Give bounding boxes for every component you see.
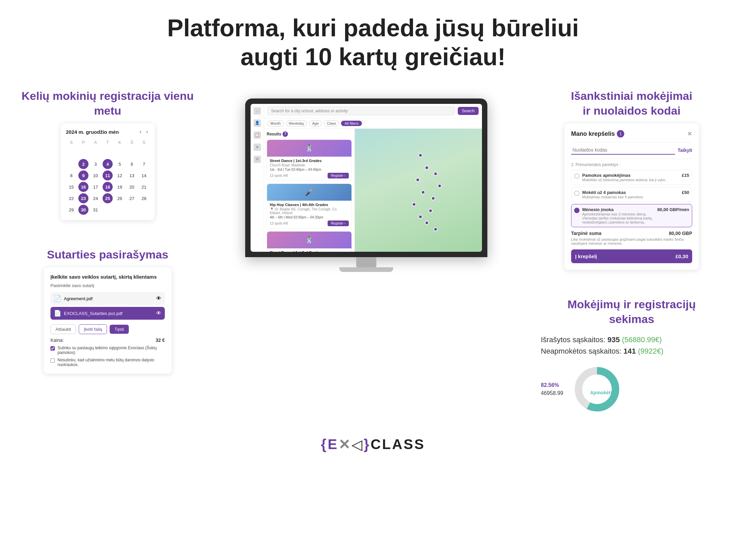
contract-file-1[interactable]: 📄 Agreement.pdf 👁 — [51, 292, 165, 305]
filter-month[interactable]: Month — [267, 120, 284, 126]
cal-day-cell[interactable]: 5 — [115, 159, 125, 169]
total-note: Likę mokėjimai už paslaugas grąžinami pa… — [571, 237, 692, 245]
map-pin-1 — [425, 166, 429, 170]
cal-day-cell — [103, 205, 113, 215]
cancel-button[interactable]: Atšaukti — [51, 324, 76, 334]
checkbox-row-2: Nesutinku, kad užsiėmimo metu būtų darom… — [51, 358, 165, 367]
cal-day-cell[interactable]: 10 — [90, 170, 101, 180]
results-header: Results 7 — [267, 131, 352, 137]
cal-day-cell[interactable]: 23 — [78, 193, 88, 203]
cal-prev-btn[interactable]: ‹ — [138, 129, 143, 135]
upload-button[interactable]: Įkelti failą — [79, 324, 107, 334]
screen-topbar: Search for a city school, address or act… — [264, 104, 482, 118]
cal-day-cell[interactable]: 30 — [78, 205, 88, 215]
cal-day-cell[interactable]: 11 — [103, 170, 113, 180]
sidebar-icon-doc[interactable]: 📋 — [254, 131, 261, 139]
radio-dot-1 — [574, 173, 579, 179]
filter-weekday[interactable]: Weekday — [286, 120, 308, 126]
checkbox-1-label: Sutinku su paslaugų teikimo sąlygomis Ex… — [58, 346, 165, 355]
cal-day-cell[interactable]: 13 — [127, 170, 137, 180]
cal-day-cell[interactable]: 2 — [78, 159, 88, 169]
calendar-nav[interactable]: ‹ › — [138, 129, 149, 135]
sub-desc-3: Apmokestinamas kas 3 mėnesio dieną. Vien… — [582, 212, 655, 224]
checkout-label: Į krepšelį — [575, 254, 597, 259]
payments-widget: Išrašytos sąskaitos: 935 (56880.99€) Nea… — [538, 332, 712, 419]
cal-day-cell[interactable]: 18 — [103, 182, 113, 192]
cal-day-cell[interactable]: 8 — [66, 170, 76, 180]
filter-age[interactable]: Age — [309, 120, 322, 126]
cal-day-cell[interactable]: 27 — [127, 193, 137, 203]
map-pin-6 — [429, 209, 433, 213]
checkbox-1[interactable] — [51, 346, 55, 351]
screen-search-bar[interactable]: Search for a city school, address or act… — [267, 107, 455, 115]
cart-subscription-title: 2. Prenumeratos parinktys : — [571, 163, 692, 167]
map-pin-4 — [431, 196, 435, 200]
cal-day-cell[interactable]: 21 — [139, 182, 149, 192]
price-row: Kaina: 32 € — [51, 337, 165, 343]
cal-day-cell[interactable]: 16 — [78, 182, 88, 192]
sidebar-icon-people[interactable]: 👤 — [254, 119, 261, 127]
cart-header: Mano krepšelis 1 ✕ — [571, 130, 692, 138]
contract-file-2[interactable]: 📄 EXOCLASS_Sutarties pvz.pdf 👁 — [51, 307, 165, 320]
cal-day-cell[interactable]: 22 — [66, 193, 76, 203]
sidebar-icon-settings[interactable]: ⚙ — [254, 156, 261, 163]
cal-day-cell[interactable]: 7 — [139, 159, 149, 169]
apply-discount-button[interactable]: Taikyti — [678, 148, 692, 153]
cal-day-cell[interactable]: 28 — [139, 193, 149, 203]
cal-day-cell[interactable]: 14 — [139, 170, 149, 180]
cart-close-icon[interactable]: ✕ — [687, 130, 692, 138]
cal-day-cell[interactable]: 15 — [66, 182, 76, 192]
subscription-option-3[interactable]: Mėnesio įmoka Apmokestinamas kas 3 mėnes… — [571, 204, 692, 227]
eye-icon-2[interactable]: 👁 — [156, 310, 162, 316]
result-2-register-btn[interactable]: Register › — [327, 220, 349, 226]
map-pin-2 — [416, 178, 420, 182]
cal-day-cell[interactable]: 9 — [78, 170, 88, 180]
cart-divider-1 — [571, 142, 692, 143]
calendar-widget: 2024 m. gruodžio mėn ‹ › SPATKŠS23456789… — [61, 123, 155, 220]
cal-day-cell — [66, 159, 76, 169]
cal-day-cell[interactable]: 17 — [90, 182, 101, 192]
sidebar-icon-home[interactable]: ⌂ — [254, 107, 261, 115]
cart-title: Mano krepšelis — [571, 130, 615, 138]
cal-day-cell[interactable]: 25 — [103, 193, 113, 203]
cal-day-cell[interactable]: 31 — [90, 205, 101, 215]
cal-day-cell[interactable]: 3 — [90, 159, 101, 169]
monitor-stand — [356, 257, 376, 267]
result-1-register-btn[interactable]: Register › — [327, 173, 349, 178]
cal-day-cell[interactable]: 19 — [115, 182, 125, 192]
eye-icon-1[interactable]: 👁 — [156, 295, 162, 301]
issued-invoices-stat: Išrašytos sąskaitos: 935 (56880.99€) — [541, 335, 709, 344]
result-card-3: 🕺 Street Dance | 1st-3rd Grades 📍 St. Br… — [267, 231, 352, 252]
result-card-1: 🕺 Street Dance | 1st-3rd Grades Church R… — [267, 140, 352, 181]
checkout-button[interactable]: Į krepšelį £0,30 — [571, 249, 692, 263]
map-panel — [355, 129, 482, 252]
subscription-option-1[interactable]: Pamokos apmokėjimas Mokėkite už kiekvien… — [571, 170, 692, 185]
result-card-3-body: Street Dance | 1st-3rd Grades 📍 St. Brig… — [267, 248, 351, 252]
unpaid-invoices-stat: Neapmokėtos sąskaitos: 141 (9922€) — [541, 347, 709, 356]
checkbox-2[interactable] — [51, 358, 55, 363]
cal-day-cell[interactable]: 20 — [127, 182, 137, 192]
monitor-screen: ⌂ 👤 📋 ★ ⚙ Search for a city school, addr… — [251, 104, 482, 252]
total-label: Tarpinė suma — [571, 231, 601, 236]
cal-day-cell — [115, 148, 125, 158]
cal-day-cell[interactable]: 6 — [127, 159, 137, 169]
donut-paid-amount: 46958.99 — [541, 390, 563, 396]
screen-search-button[interactable]: Search — [458, 107, 479, 115]
subscription-option-2[interactable]: Mokėti už 4 pamokas Mokėjimas mokamas ka… — [571, 187, 692, 202]
filter-class[interactable]: Class — [324, 120, 339, 126]
cal-day-cell[interactable]: 26 — [115, 193, 125, 203]
cal-day-cell[interactable]: 4 — [103, 159, 113, 169]
checkout-price: £0,30 — [676, 254, 688, 259]
continue-button[interactable]: Tęsti — [110, 325, 128, 334]
file-name-2: EXOCLASS_Sutarties pvz.pdf — [64, 311, 153, 316]
cal-day-cell[interactable]: 24 — [90, 193, 101, 203]
cal-day-cell[interactable]: 29 — [66, 205, 76, 215]
filter-all[interactable]: All filters — [341, 121, 362, 126]
cal-next-btn[interactable]: › — [145, 129, 149, 135]
sidebar-icon-star[interactable]: ★ — [254, 144, 261, 151]
discount-input[interactable] — [571, 146, 675, 155]
cart-widget: Mano krepšelis 1 ✕ Taikyti 2. Prenumerat… — [564, 123, 699, 270]
donut-area: 82.56% 46958.99 — [541, 362, 709, 416]
result-2-loc: 📍 St. Brigids NS, Curragh, The Curragh, … — [270, 207, 349, 215]
cal-day-cell[interactable]: 12 — [115, 170, 125, 180]
